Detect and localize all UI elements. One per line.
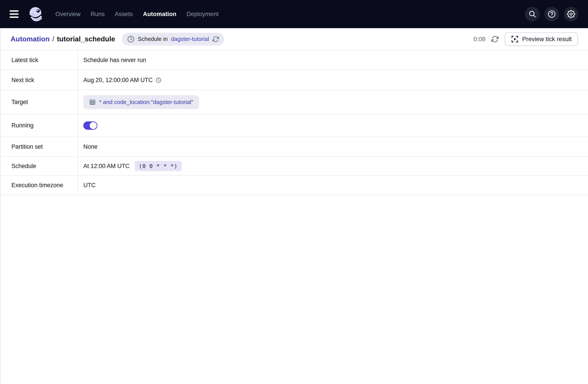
preview-play-icon: [511, 35, 519, 43]
table-row: Schedule At 12:00 AM UTC (0 0 * * *): [0, 157, 588, 176]
latest-tick-label: Latest tick: [0, 50, 78, 70]
target-label: Target: [0, 90, 78, 114]
running-value: [78, 114, 588, 137]
preview-tick-result-button[interactable]: Preview tick result: [505, 32, 578, 46]
schedule-badge-label: Schedule in: [138, 36, 168, 43]
clock-icon: [127, 35, 135, 43]
clock-icon: [155, 77, 161, 83]
table-row: Next tick Aug 20, 12:00:00 AM UTC: [0, 70, 588, 90]
tab-runs[interactable]: Runs: [91, 11, 105, 18]
header-actions: 0:08 Preview tick result: [473, 32, 578, 46]
page-content: Automation / tutorial_schedule Schedule …: [0, 28, 588, 384]
help-icon[interactable]: [545, 7, 559, 21]
page-header: Automation / tutorial_schedule Schedule …: [0, 28, 588, 50]
table-row: Running: [0, 114, 588, 137]
execution-timezone-label: Execution timezone: [0, 176, 78, 195]
code-location-link[interactable]: dagster-tutorial: [171, 36, 209, 43]
menu-icon[interactable]: [10, 10, 20, 19]
refresh-icon[interactable]: [491, 35, 499, 43]
partition-set-label: Partition set: [0, 137, 78, 156]
toggle-knob: [90, 122, 97, 129]
reload-location-icon[interactable]: [212, 36, 219, 43]
table-row: Latest tick Schedule has never run: [0, 50, 588, 70]
page-title: tutorial_schedule: [57, 35, 115, 43]
schedule-value: At 12:00 AM UTC (0 0 * * *): [78, 157, 588, 175]
schedule-location-badge: Schedule in dagster-tutorial: [122, 33, 224, 45]
running-toggle[interactable]: [83, 121, 97, 130]
search-icon[interactable]: [525, 7, 540, 21]
tab-overview[interactable]: Overview: [55, 11, 81, 18]
dagster-logo-icon[interactable]: [27, 5, 44, 23]
refresh-countdown: 0:08: [473, 36, 485, 43]
asset-selection-pill[interactable]: * and code_location:"dagster-tutorial": [83, 95, 199, 109]
breadcrumb-automation-link[interactable]: Automation: [11, 35, 50, 43]
latest-tick-value: Schedule has never run: [78, 50, 588, 70]
nav-icon-group: [525, 7, 578, 21]
next-tick-label: Next tick: [0, 70, 78, 90]
preview-button-label: Preview tick result: [522, 36, 572, 43]
asset-selection-icon: [89, 99, 96, 106]
top-nav: Overview Runs Assets Automation Deployme…: [0, 0, 588, 28]
running-label: Running: [0, 114, 78, 137]
partition-set-value: None: [78, 137, 588, 156]
table-row: Partition set None: [0, 137, 588, 157]
breadcrumb: Automation / tutorial_schedule: [11, 35, 115, 43]
tab-automation[interactable]: Automation: [143, 11, 176, 18]
tab-assets[interactable]: Assets: [115, 11, 133, 18]
cron-expression-badge: (0 0 * * *): [135, 161, 182, 171]
target-value: * and code_location:"dagster-tutorial": [78, 90, 588, 114]
schedule-label: Schedule: [0, 157, 78, 175]
table-row: Execution timezone UTC: [0, 176, 588, 195]
target-selection-text: * and code_location:"dagster-tutorial": [99, 99, 193, 106]
breadcrumb-separator: /: [52, 35, 54, 43]
nav-tabs: Overview Runs Assets Automation Deployme…: [55, 11, 219, 18]
execution-timezone-value: UTC: [78, 176, 588, 195]
settings-icon[interactable]: [564, 7, 578, 21]
schedule-details-table: Latest tick Schedule has never run Next …: [0, 50, 588, 195]
table-row: Target * and code_location:"dagster-tuto…: [0, 90, 588, 114]
tab-deployment[interactable]: Deployment: [187, 11, 219, 18]
next-tick-value: Aug 20, 12:00:00 AM UTC: [78, 70, 588, 90]
